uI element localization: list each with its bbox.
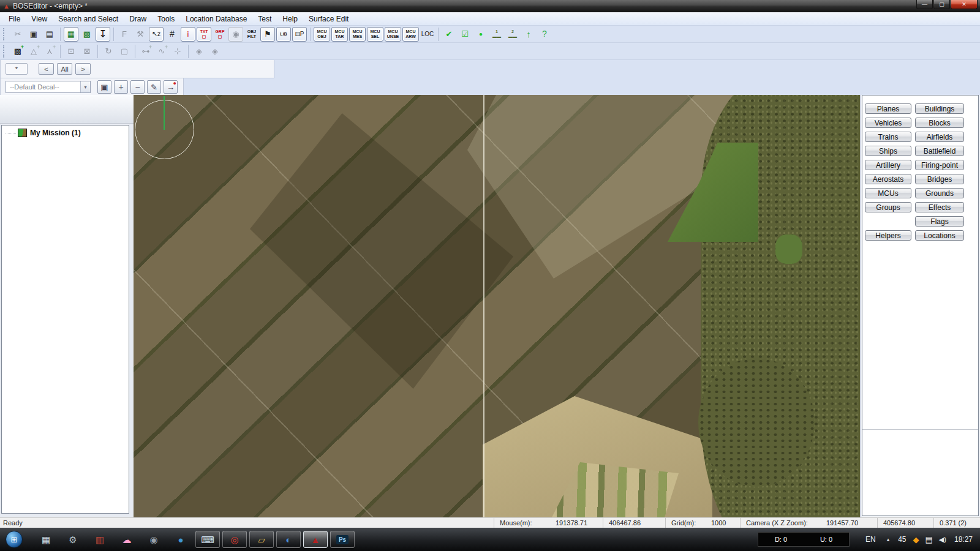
filter-prev-button[interactable]: < [39,63,54,75]
menu-bar: FileViewSearch and SelectDrawToolsLocati… [0,12,980,26]
select-flags-icon[interactable]: ⚑ [260,27,275,42]
library-icon[interactable]: LiB [276,27,291,42]
show-text-icon[interactable]: TXT▢ [197,27,211,42]
grid-icon[interactable]: # [165,27,179,42]
menu-view[interactable]: View [26,13,53,25]
object-button-locations[interactable]: Locations [915,230,964,241]
decal-apply-icon[interactable]: →● [164,80,178,94]
notes-app-icon[interactable]: ⌨ [195,531,220,548]
object-button-groups[interactable]: Groups [865,202,911,212]
toolbar-separator [135,45,135,58]
close-button[interactable]: ✕ [951,0,978,9]
menu-tools[interactable]: Tools [152,13,180,25]
object-button-trains[interactable]: Trains [865,132,911,142]
check-icon[interactable]: ✔ [442,27,456,42]
object-button-buildings[interactable]: Buildings [915,103,964,114]
toolbar-grip[interactable] [3,45,7,58]
network-icon[interactable]: ▤ [925,535,933,544]
menu-test[interactable]: Test [252,13,277,25]
decal-remove-icon[interactable]: − [130,80,145,94]
object-button-firing-point[interactable]: Firing-point [915,160,964,170]
explorer-icon[interactable]: ▱ [249,531,274,548]
object-button-ships[interactable]: Ships [865,146,911,156]
mcu-tar-button[interactable]: MCUTAR [331,27,348,42]
select-objects-icon[interactable]: ↖z [149,27,164,42]
checkbox-icon[interactable]: ☑ [458,27,472,42]
terrain-map-icon[interactable]: ▦ [64,27,78,42]
ghost-app-icon[interactable]: ☁ [121,533,133,545]
toolbar-grip[interactable] [3,28,7,40]
settings-gear-icon[interactable]: ⚙ [67,533,79,545]
calculator-icon[interactable]: ▦ [40,533,52,545]
gamepad-icon[interactable]: ◉ [148,533,160,545]
hidden-icons-arrow[interactable]: ▴ [887,536,890,542]
object-filter-icon[interactable]: OBJFILT [244,27,259,42]
mcu-sel-button[interactable]: MCUSEL [367,27,383,42]
object-button-artillery[interactable]: Artillery [865,160,911,170]
speaker-icon[interactable]: ◀) [939,536,946,544]
boseditor-icon[interactable]: ▲ [303,531,328,548]
filter-any-button[interactable]: * [6,63,28,75]
round-app-icon[interactable]: ● [175,533,187,545]
menu-file[interactable]: File [3,13,26,25]
network-monitor[interactable]: D: 0 U: 0 [758,532,850,547]
loc-button[interactable]: LOC [420,27,435,42]
object-button-flags[interactable]: Flags [915,216,964,227]
terrain-layers-icon[interactable]: ▩ [80,27,94,42]
object-button-airfields[interactable]: Airfields [915,132,964,142]
list-panel-icon[interactable]: ⊟P [292,27,307,42]
dot-icon[interactable]: ● [473,27,488,42]
decal-add-icon[interactable]: + [114,80,128,94]
chart-app-icon[interactable]: ▥ [94,533,106,545]
chevron-down-icon[interactable]: ▾ [80,81,90,92]
lines-1-icon[interactable]: 1▬▬ [489,27,504,42]
temperature-indicator[interactable]: 45 [898,535,906,544]
restore-button[interactable]: ▢ [933,0,950,9]
toolbar-edit: ▩+△+⋏+⊡⊠↻▢⊶+∿+⊹◈◈ [10,44,223,59]
opera-icon[interactable]: ◎ [222,531,247,548]
photoshop-icon[interactable]: Ps [330,531,355,548]
mission-tree[interactable]: My Mission (1) [1,125,129,514]
object-button-planes[interactable]: Planes [865,103,911,114]
object-button-vehicles[interactable]: Vehicles [865,118,911,128]
show-groups-icon[interactable]: GRP▢ [213,27,227,42]
start-button[interactable]: ⊞ [6,531,23,548]
filter-next-button[interactable]: > [75,63,91,75]
ruler-icon[interactable]: ▤ [42,27,57,42]
earth-icon[interactable]: ◐ [276,531,301,548]
language-indicator[interactable]: EN [865,535,876,544]
copy-icon[interactable]: ▣ [26,27,41,42]
decal-preview-icon[interactable]: ▣ [97,80,111,94]
terrain-paint-icon[interactable]: ▩+ [10,44,25,59]
shield-icon[interactable]: ◆ [913,535,919,544]
object-button-effects[interactable]: Effects [915,202,964,212]
mcu-unse-button[interactable]: MCUUNSE [385,27,401,42]
clock[interactable]: 18:27 [954,535,973,544]
menu-surface-edit[interactable]: Surface Edit [303,13,354,25]
decal-pick-icon[interactable]: ✎ [147,80,161,94]
minimize-button[interactable]: — [916,0,933,9]
menu-location-database[interactable]: Location Database [180,13,252,25]
menu-draw[interactable]: Draw [124,13,152,25]
object-button-helpers[interactable]: Helpers [865,230,911,241]
tree-root-item[interactable]: My Mission (1) [2,126,129,137]
object-button-bridges[interactable]: Bridges [915,174,964,184]
menu-help[interactable]: Help [277,13,303,25]
help-icon[interactable]: ? [537,27,552,42]
lines-2-icon[interactable]: 2▬▬ [505,27,520,42]
object-button-mcus[interactable]: MCUs [865,188,911,198]
filter-all-button[interactable]: All [57,63,72,75]
object-button-blocks[interactable]: Blocks [915,118,964,128]
decal-select[interactable]: --Default Decal-- ▾ [6,81,91,93]
import-height-icon[interactable]: ↧ [96,27,110,42]
object-button-grounds[interactable]: Grounds [915,188,964,198]
mcu-mes-button[interactable]: MCUMES [349,27,366,42]
map-viewport[interactable] [134,95,860,517]
mcu-obj-button[interactable]: MCUOBJ [314,27,330,42]
menu-search-and-select[interactable]: Search and Select [53,13,124,25]
object-button-battlefield[interactable]: Battlefield [915,146,964,156]
mcu-arw-button[interactable]: MCUARW [402,27,419,42]
up-arrow-icon[interactable]: ↑ [521,27,536,42]
object-button-aerostats[interactable]: Aerostats [865,174,911,184]
object-info-icon[interactable]: i [181,27,195,42]
